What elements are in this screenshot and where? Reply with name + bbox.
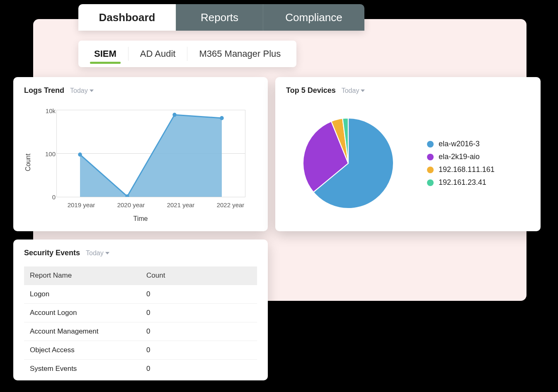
logs-trend-period-select[interactable]: Today — [70, 87, 94, 94]
legend-item[interactable]: ela-2k19-aio — [427, 152, 495, 161]
sub-tab-ad-audit[interactable]: AD Audit — [129, 41, 187, 67]
card-top-devices: Top 5 Devices Today ela-w2016-3 — [275, 77, 541, 231]
legend-swatch-icon — [427, 154, 434, 160]
cell-count: 0 — [141, 285, 257, 304]
sub-tab-m365[interactable]: M365 Manager Plus — [187, 41, 292, 67]
svg-point-2 — [172, 113, 177, 117]
security-events-period-label: Today — [86, 249, 104, 257]
svg-point-3 — [220, 116, 224, 120]
table-row[interactable]: System Events 0 — [24, 360, 257, 378]
security-events-period-select[interactable]: Today — [86, 249, 109, 257]
legend-label: 192.161.23.41 — [439, 178, 486, 187]
cell-report-name: Logon — [24, 285, 141, 304]
table-row[interactable]: Object Access 0 — [24, 341, 257, 360]
cell-count: 0 — [141, 304, 257, 322]
y-tick-2: 10k — [39, 107, 56, 114]
col-report-name: Report Name — [24, 266, 141, 285]
legend-label: ela-2k19-aio — [439, 152, 480, 161]
logs-trend-chart: Count Time 0 100 10k 2019 year 2020 year… — [24, 102, 257, 223]
chevron-down-icon — [90, 90, 94, 92]
legend-swatch-icon — [427, 141, 434, 148]
tab-reports[interactable]: Reports — [176, 4, 263, 31]
sub-tabs: SIEM AD Audit M365 Manager Plus — [78, 41, 296, 67]
svg-point-0 — [78, 152, 82, 157]
table-row[interactable]: Logon 0 — [24, 285, 257, 304]
table-row[interactable]: Account Logon 0 — [24, 304, 257, 322]
y-tick-0: 0 — [39, 194, 56, 201]
legend-label: 192.168.111.161 — [439, 165, 495, 174]
x-tick-0: 2019 year — [68, 201, 95, 208]
pie-chart — [286, 109, 410, 217]
legend-swatch-icon — [427, 167, 434, 173]
legend-swatch-icon — [427, 179, 434, 186]
sub-tab-siem[interactable]: SIEM — [82, 41, 128, 67]
top-devices-period-select[interactable]: Today — [342, 87, 365, 94]
security-events-title: Security Events — [24, 249, 80, 257]
x-tick-2: 2021 year — [167, 201, 195, 208]
cell-count: 0 — [141, 360, 257, 378]
cell-report-name: Account Management — [24, 322, 141, 341]
legend-item[interactable]: 192.161.23.41 — [427, 178, 495, 187]
y-tick-1: 100 — [39, 150, 56, 157]
x-tick-1: 2020 year — [117, 201, 145, 208]
top-devices-period-label: Today — [342, 87, 359, 94]
tab-dashboard[interactable]: Dashboard — [78, 4, 176, 31]
card-security-events: Security Events Today Report Name Count … — [13, 240, 268, 380]
cell-report-name: System Events — [24, 360, 141, 378]
x-axis-label: Time — [133, 215, 148, 223]
y-axis-label: Count — [24, 154, 32, 172]
cell-count: 0 — [141, 341, 257, 360]
top-devices-title: Top 5 Devices — [286, 86, 336, 95]
main-tabs: Dashboard Reports Compliance — [78, 4, 364, 31]
legend-item[interactable]: 192.168.111.161 — [427, 165, 495, 174]
cell-count: 0 — [141, 322, 257, 341]
cell-report-name: Object Access — [24, 341, 141, 360]
security-events-table: Report Name Count Logon 0 Account Logon … — [24, 266, 257, 378]
chevron-down-icon — [361, 90, 365, 92]
x-tick-3: 2022 year — [217, 201, 245, 208]
cell-report-name: Account Logon — [24, 304, 141, 322]
chevron-down-icon — [105, 252, 109, 254]
area-chart-svg — [56, 110, 245, 197]
col-count: Count — [141, 266, 257, 285]
legend-label: ela-w2016-3 — [439, 140, 480, 148]
logs-trend-period-label: Today — [70, 87, 88, 94]
card-logs-trend: Logs Trend Today Count Time 0 100 10k — [13, 77, 268, 231]
table-row[interactable]: Account Management 0 — [24, 322, 257, 341]
plot-area — [56, 110, 245, 197]
legend-item[interactable]: ela-w2016-3 — [427, 140, 495, 148]
pie-legend: ela-w2016-3 ela-2k19-aio 192.168.111.161… — [427, 136, 495, 191]
logs-trend-title: Logs Trend — [24, 86, 64, 95]
tab-compliance[interactable]: Compliance — [263, 4, 364, 31]
